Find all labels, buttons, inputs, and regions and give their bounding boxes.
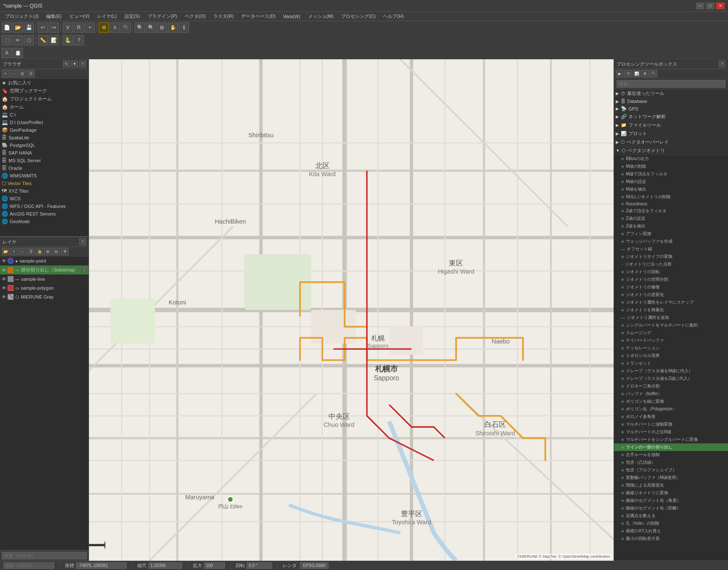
tool-item[interactable]: ✳ウェッジバッファを作成: [614, 238, 728, 245]
tool-item[interactable]: ✳アフィン変換: [614, 230, 728, 238]
layer-visibility-icon[interactable]: 👁: [2, 268, 6, 273]
browser-item[interactable]: 📦GeoPackage: [0, 126, 89, 134]
tool-item[interactable]: ✳ドレープ（ラスタ値をZ値に代入）: [614, 375, 728, 382]
browser-item[interactable]: 🌐WMS/WMTS: [0, 172, 89, 180]
tool-category-header[interactable]: ▶⏱最近使ったツール: [614, 89, 728, 98]
attr-table-btn[interactable]: 📋: [13, 48, 23, 58]
tool-item[interactable]: ✳ジオメトリを簡素化: [614, 306, 728, 314]
bottom-search-input[interactable]: [2, 552, 87, 559]
add-raster-btn[interactable]: R: [74, 22, 84, 33]
browser-item[interactable]: 🏠プロジェクトホーム: [0, 95, 89, 103]
python-btn[interactable]: 🐍: [63, 35, 73, 45]
browser-item[interactable]: 🌐WFS / OGC API - Features: [0, 202, 89, 210]
tool-category-header[interactable]: ▶🗄Database: [614, 98, 728, 105]
maximize-button[interactable]: □: [706, 3, 714, 9]
tool-item[interactable]: ✳Z値を抽出: [614, 222, 728, 230]
tool-category-header[interactable]: ▶📡GPS: [614, 105, 728, 113]
browser-item[interactable]: 🗄SpatiaLite: [0, 134, 89, 141]
menu-item[interactable]: 編集(E): [43, 12, 65, 20]
layers-lock-btn[interactable]: 🔒: [36, 248, 43, 255]
tool-item[interactable]: ✳テッセレーション: [614, 344, 728, 352]
menu-item[interactable]: プロジェクト(J): [2, 12, 42, 20]
coordinate-input[interactable]: [76, 562, 127, 569]
toolbox-run-btn[interactable]: ▶: [616, 70, 623, 77]
browser-add-btn[interactable]: +: [2, 70, 9, 77]
tool-item[interactable]: ✳バッファ（buffer）: [614, 390, 728, 398]
browser-item[interactable]: 🗄MS SQL Server: [0, 157, 89, 164]
tool-item[interactable]: ✳マルチパートに強制変換: [614, 421, 728, 428]
browser-item[interactable]: 🗺XYZ Tiles: [0, 187, 89, 195]
magnify-input[interactable]: [204, 562, 225, 569]
tool-item[interactable]: ✳BBoxの出力: [614, 155, 728, 163]
tool-category-header[interactable]: ▶📊プロット: [614, 130, 728, 138]
layer-item[interactable]: 👁 ⬡ MIERUNE Gray: [0, 293, 89, 302]
zoom-out-btn[interactable]: 🔍: [146, 22, 156, 33]
tool-category-header[interactable]: ▶🔗ネットワーク解析: [614, 113, 728, 121]
tool-item[interactable]: ✳最小の回転長方形: [614, 535, 728, 542]
tool-item[interactable]: ✳ジオメトリの空間分割: [614, 276, 728, 283]
new-project-btn[interactable]: 📄: [2, 22, 12, 33]
tool-item[interactable]: ✳変数幅バッファ（M値使用）: [614, 474, 728, 481]
tool-item[interactable]: ✳Z値で頂点をフィルタ: [614, 207, 728, 215]
layers-add-btn[interactable]: +: [10, 248, 18, 255]
toolbox-results-btn[interactable]: 📊: [633, 70, 640, 77]
tool-item[interactable]: ✳M値の設定: [614, 178, 728, 185]
label-btn[interactable]: A: [2, 48, 12, 58]
layer-visibility-icon[interactable]: 👁: [2, 285, 6, 291]
browser-filter-btn[interactable]: ▼: [71, 61, 78, 67]
layer-item[interactable]: 👁 — sample-line: [0, 275, 89, 284]
tool-category-header[interactable]: ▼⬡ベクタジオメトリ: [614, 147, 728, 155]
tool-item[interactable]: —オフセット線: [614, 245, 728, 253]
tool-item[interactable]: ✳ジオメトリの逆変化: [614, 291, 728, 299]
tool-item[interactable]: ✳ラインの一部の切り出し: [614, 443, 728, 451]
layers-collapse-btn[interactable]: ⊟: [53, 248, 60, 255]
scale-input[interactable]: [148, 562, 182, 569]
tool-item[interactable]: ✳スムージング: [614, 329, 728, 337]
browser-item[interactable]: 🗄SAP HANA: [0, 149, 89, 157]
tool-category-header[interactable]: ▶📁ファイルツール: [614, 121, 728, 130]
layers-help-btn[interactable]: ?: [79, 238, 86, 245]
tool-item[interactable]: ✳座標のXY入れ替え: [614, 527, 728, 535]
browser-remove-btn[interactable]: −: [10, 70, 18, 77]
browser-item[interactable]: 🌐ArcGIS REST Servers: [0, 210, 89, 218]
browser-help-btn[interactable]: ?: [79, 61, 86, 67]
map-area[interactable]: 北区 Kita Ward 東区 Higashi Ward 札幌 Sapporo …: [89, 59, 614, 561]
tool-item[interactable]: ✳ポリゴンを線に変換: [614, 398, 728, 405]
layer-visibility-icon[interactable]: 👁: [2, 277, 6, 282]
tool-item[interactable]: ✳テイパードバッファ: [614, 337, 728, 344]
tool-item[interactable]: ✳トランセット: [614, 360, 728, 367]
browser-content[interactable]: ★お気に入り🔖空間ブックマーク🏠プロジェクトホーム🏠ホーム💻C:\💻D:\ (U…: [0, 79, 89, 236]
statusbar-search[interactable]: [3, 562, 54, 569]
layers-expand-btn[interactable]: ⊞: [44, 248, 52, 255]
tool-item[interactable]: ✳間隔による高密度化: [614, 481, 728, 489]
open-project-btn[interactable]: 📂: [13, 22, 23, 33]
browser-item[interactable]: 🗄Oracle: [0, 164, 89, 172]
select-btn[interactable]: ⬚: [2, 35, 12, 45]
browser-item[interactable]: 🌐WCS: [0, 195, 89, 202]
tool-item[interactable]: ✳ジオメトリの回転: [614, 268, 728, 276]
tool-item[interactable]: ✳左手ルールを強制: [614, 451, 728, 459]
layers-open-btn[interactable]: 📂: [2, 248, 9, 255]
browser-item[interactable]: 🏠ホーム: [0, 103, 89, 111]
browser-refresh-btn[interactable]: ↻: [63, 61, 70, 67]
tool-item[interactable]: ··ジオメトリに沿った点群: [614, 260, 728, 268]
tool-item[interactable]: ✳曲線のセグメント化（距離）: [614, 504, 728, 512]
tool-item[interactable]: ✳トポロジカル境界: [614, 352, 728, 360]
tool-item[interactable]: ✳近隣点を数える: [614, 512, 728, 520]
edit-btn[interactable]: ✏: [13, 35, 23, 45]
tool-item[interactable]: ✳ドロネー三角分割: [614, 382, 728, 390]
settings-btn[interactable]: ≡: [110, 22, 120, 33]
tool-item[interactable]: ✳ジオメトリタイプの変換: [614, 253, 728, 260]
undo-btn[interactable]: ↩: [38, 22, 48, 33]
tool-category-header[interactable]: ▶⬡ベクタオーバーレイ: [614, 138, 728, 147]
tool-item[interactable]: ✳ポリゴン化（Polygonize）: [614, 405, 728, 413]
tool-item[interactable]: ✳包含（凸法線）: [614, 459, 728, 466]
tool-item[interactable]: ✳M値で頂点をフィルタ: [614, 170, 728, 178]
epsg-button[interactable]: EPSG:6680: [300, 562, 328, 569]
tool-item[interactable]: ✳Z値の設定: [614, 215, 728, 222]
pan-btn[interactable]: ✋: [168, 22, 178, 33]
tool-item[interactable]: ✳シングルパートをマルチパートに集約: [614, 321, 728, 329]
tool-item[interactable]: ✳Roundness: [614, 201, 728, 207]
menu-item[interactable]: ラスタ(R): [210, 12, 237, 20]
browser-item[interactable]: 💻C:\: [0, 111, 89, 119]
